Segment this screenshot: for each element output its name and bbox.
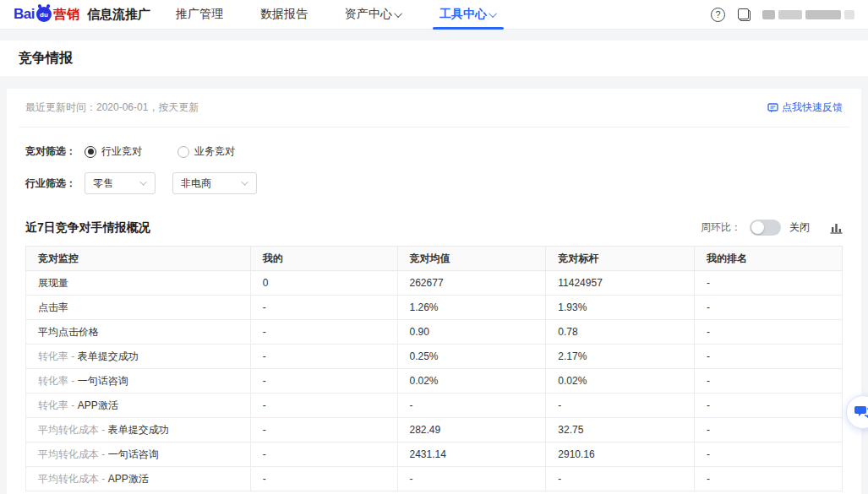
metric-label-cell: 平均点击价格 xyxy=(26,320,251,345)
benchmark-value-cell: 32.75 xyxy=(546,418,695,442)
rank-value-cell: - xyxy=(695,320,843,345)
logo-text-brand: 营销 xyxy=(53,7,80,23)
rank-value-cell: - xyxy=(695,345,843,369)
metric-label: 表单提交成功 xyxy=(108,424,169,436)
sub-industry-select[interactable]: 非电商 xyxy=(172,172,257,194)
chat-bubbles-icon xyxy=(854,404,868,420)
baidu-logo[interactable]: Bai du 营销 xyxy=(14,0,80,29)
metric-label-cell: 平均转化成本 - APP激活 xyxy=(26,467,251,491)
benchmark-value-cell: - xyxy=(546,394,695,418)
avg-value-cell: 0.02% xyxy=(397,369,546,394)
table-row: 平均转化成本 - 表单提交成功 - 282.49 32.75 - xyxy=(26,418,843,442)
wow-toggle-label: 周环比： xyxy=(701,220,741,235)
metric-label: 一句话咨询 xyxy=(108,448,159,460)
mine-value-cell: - xyxy=(250,296,397,320)
rank-value-cell: - xyxy=(695,394,843,418)
rank-value-cell: - xyxy=(695,271,843,296)
mine-value-cell: 0 xyxy=(250,271,397,296)
baidu-paw-icon: du xyxy=(36,7,52,22)
metric-label: APP激活 xyxy=(108,473,149,485)
page-title-bar: 竞争情报 xyxy=(0,41,868,76)
metric-label-cell: 转化率 - APP激活 xyxy=(26,394,251,418)
chevron-down-icon xyxy=(241,178,248,185)
benchmark-value-cell: 0.78 xyxy=(546,320,695,345)
competitive-intel-panel: 最近更新时间：2020-06-01，按天更新 点我快速反馈 竞对筛选： 行业竞对… xyxy=(7,89,861,494)
radio-industry-competitor[interactable]: 行业竞对 xyxy=(85,144,142,159)
radio-label: 行业竞对 xyxy=(101,144,142,159)
table-row: 展现量 0 262677 11424957 - xyxy=(26,271,843,296)
mine-value-cell: - xyxy=(250,369,397,394)
metric-label-cell: 平均转化成本 - 一句话咨询 xyxy=(26,442,251,467)
bar-chart-icon[interactable] xyxy=(830,222,843,234)
table-row: 转化率 - 表单提交成功 - 0.25% 2.17% - xyxy=(26,345,843,369)
mine-value-cell: - xyxy=(250,467,397,491)
col-header-benchmark: 竞对标杆 xyxy=(546,247,695,271)
week-over-week-toggle[interactable] xyxy=(750,220,781,236)
table-row: 转化率 - 一句话咨询 - 0.02% 0.02% - xyxy=(26,369,843,394)
chevron-down-icon xyxy=(139,178,146,185)
avg-value-cell: 262677 xyxy=(397,271,546,296)
chevron-down-icon xyxy=(489,9,497,18)
nav-item-label: 推广管理 xyxy=(176,7,223,22)
nav-item-promotion-management[interactable]: 推广管理 xyxy=(172,0,227,29)
section-title-7day-overview: 近7日竞争对手情报概况 xyxy=(25,220,150,236)
toggle-knob xyxy=(751,221,764,234)
col-header-monitor: 竞对监控 xyxy=(26,247,251,271)
metric-prefix: 平均转化成本 - xyxy=(38,448,108,460)
rank-value-cell: - xyxy=(695,369,843,394)
avg-value-cell: 282.49 xyxy=(397,418,546,442)
avg-value-cell: - xyxy=(397,394,546,418)
mine-value-cell: - xyxy=(250,394,397,418)
rank-value-cell: - xyxy=(695,418,843,442)
radio-business-competitor[interactable]: 业务竞对 xyxy=(177,144,235,159)
benchmark-value-cell: 0.02% xyxy=(546,369,695,394)
col-header-avg: 竞对均值 xyxy=(397,247,546,271)
feedback-link-label: 点我快速反馈 xyxy=(782,100,843,115)
help-icon[interactable]: ? xyxy=(711,8,725,22)
last-update-time: 最近更新时间：2020-06-01，按天更新 xyxy=(25,100,199,115)
chevron-down-icon xyxy=(394,9,402,18)
radio-icon xyxy=(177,146,189,158)
metric-prefix: 转化率 - xyxy=(38,375,78,387)
table-row: 平均转化成本 - APP激活 - - - - xyxy=(26,467,843,491)
metric-prefix: 转化率 - xyxy=(38,399,78,411)
nav-item-data-report[interactable]: 数据报告 xyxy=(257,0,311,29)
table-body: 展现量 0 262677 11424957 - 点击率 - 1.26% 1.93… xyxy=(26,271,843,491)
table-row: 平均点击价格 - 0.90 0.78 - xyxy=(26,320,843,345)
col-header-rank: 我的排名 xyxy=(695,247,843,271)
rank-value-cell: - xyxy=(695,296,843,320)
select-value: 零售 xyxy=(93,176,113,191)
industry-select[interactable]: 零售 xyxy=(85,172,156,194)
nav-item-asset-center[interactable]: 资产中心 xyxy=(341,0,406,29)
table-row: 转化率 - APP激活 - - - - xyxy=(26,394,843,418)
avg-value-cell: 0.90 xyxy=(397,320,546,345)
mine-value-cell: - xyxy=(250,442,397,467)
metric-label-cell: 转化率 - 表单提交成功 xyxy=(26,345,251,369)
metric-label: 展现量 xyxy=(38,277,68,289)
select-value: 非电商 xyxy=(181,176,211,191)
avg-value-cell: 1.26% xyxy=(397,296,546,320)
metric-label-cell: 点击率 xyxy=(26,296,251,320)
metric-prefix: 平均转化成本 - xyxy=(38,473,108,485)
user-name-redacted[interactable] xyxy=(762,10,854,19)
metric-label-cell: 平均转化成本 - 表单提交成功 xyxy=(26,418,251,442)
divider xyxy=(19,127,849,128)
avg-value-cell: 0.25% xyxy=(397,345,546,369)
mine-value-cell: - xyxy=(250,320,397,345)
metric-prefix: 转化率 - xyxy=(38,350,78,362)
competitor-filter-label: 竞对筛选： xyxy=(25,144,76,159)
benchmark-value-cell: 1.93% xyxy=(546,296,695,320)
metric-label: APP激活 xyxy=(78,399,118,411)
table-row: 点击率 - 1.26% 1.93% - xyxy=(26,296,843,320)
industry-filter-label: 行业筛选： xyxy=(25,176,76,191)
metric-label: 表单提交成功 xyxy=(78,350,139,362)
avg-value-cell: - xyxy=(397,467,546,491)
metric-label: 平均点击价格 xyxy=(38,326,99,338)
nav-item-tool-center[interactable]: 工具中心 xyxy=(436,0,500,29)
multi-account-icon[interactable] xyxy=(737,8,751,21)
feedback-comment-icon xyxy=(767,103,778,113)
product-name: 信息流推广 xyxy=(87,7,150,23)
quick-feedback-link[interactable]: 点我快速反馈 xyxy=(767,100,843,115)
benchmark-value-cell: - xyxy=(546,467,695,491)
logo-text-bai: Bai xyxy=(14,6,35,23)
